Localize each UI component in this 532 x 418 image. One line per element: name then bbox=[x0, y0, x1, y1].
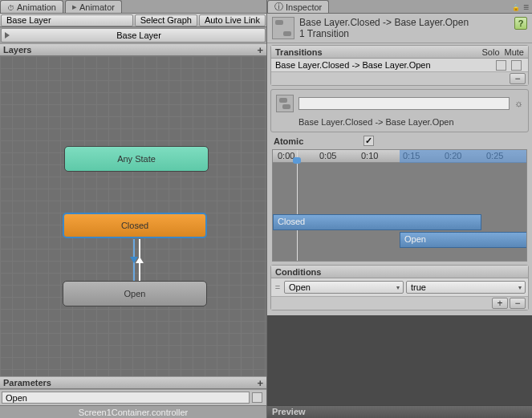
atomic-label: Atomic bbox=[274, 136, 303, 146]
conditions-section: Conditions = Open true + − bbox=[270, 265, 529, 310]
preview-header[interactable]: Preview bbox=[267, 405, 532, 418]
tab-label: Inspector bbox=[286, 2, 322, 12]
breadcrumb-button[interactable]: Base Layer bbox=[1, 14, 133, 26]
transition-timeline[interactable]: 0:00 0:05 0:10 0:15 0:20 0:25 Closed Ope… bbox=[272, 149, 527, 262]
layer-label: Base Layer bbox=[13, 30, 265, 40]
inspector-header: Base Layer.Closed -> Base Layer.Open 1 T… bbox=[267, 14, 532, 43]
info-icon: ⓘ bbox=[274, 1, 283, 13]
auto-live-link-button[interactable]: Auto Live Link bbox=[199, 14, 266, 26]
condition-parameter-dropdown[interactable]: Open bbox=[284, 281, 404, 294]
parameter-row bbox=[0, 389, 266, 405]
clip-open[interactable]: Open bbox=[400, 232, 527, 248]
drag-handle-icon[interactable]: = bbox=[274, 282, 282, 292]
select-graph-button[interactable]: Select Graph bbox=[135, 14, 197, 26]
preview-area bbox=[267, 315, 532, 405]
remove-condition-button[interactable]: − bbox=[510, 298, 526, 309]
tab-animator[interactable]: Animator bbox=[65, 0, 122, 13]
inspector-subtitle: 1 Transition bbox=[299, 28, 510, 39]
lock-icon[interactable] bbox=[512, 2, 520, 13]
remove-transition-button[interactable]: − bbox=[510, 73, 526, 84]
arrow-up-icon bbox=[136, 257, 144, 263]
inspector-title: Base Layer.Closed -> Base Layer.Open bbox=[299, 17, 510, 28]
panel-menu-icon[interactable] bbox=[523, 2, 529, 13]
transition-name-field[interactable] bbox=[298, 97, 510, 110]
parameters-header[interactable]: Parameters + bbox=[0, 376, 266, 389]
tab-label: Animation bbox=[17, 2, 56, 12]
add-parameter-button[interactable]: + bbox=[257, 377, 263, 389]
transition-icon bbox=[276, 95, 294, 112]
play-icon bbox=[72, 2, 77, 12]
transitions-section: Transitions Solo Mute Base Layer.Closed … bbox=[270, 45, 529, 86]
condition-row: = Open true bbox=[271, 278, 528, 297]
transition-range[interactable] bbox=[400, 150, 527, 163]
transition-name-section: Base Layer.Closed -> Base Layer.Open bbox=[270, 89, 529, 132]
layers-header[interactable]: Layers + bbox=[0, 43, 266, 56]
solo-label: Solo bbox=[482, 47, 500, 57]
left-tab-bar: Animation Animator bbox=[0, 0, 266, 14]
clock-icon bbox=[7, 2, 14, 12]
animator-graph[interactable]: Any State Closed Open bbox=[0, 56, 266, 376]
atomic-checkbox[interactable] bbox=[363, 136, 374, 146]
parameter-value-checkbox[interactable] bbox=[252, 392, 262, 403]
add-layer-button[interactable]: + bbox=[257, 44, 263, 56]
playhead[interactable] bbox=[297, 150, 298, 262]
help-icon[interactable]: ? bbox=[514, 17, 527, 30]
tab-animation[interactable]: Animation bbox=[0, 0, 63, 13]
atomic-row: Atomic bbox=[267, 134, 532, 148]
condition-value-dropdown[interactable]: true bbox=[406, 281, 526, 294]
transition-name-label: Base Layer.Closed -> Base Layer.Open bbox=[271, 117, 528, 128]
transition-icon bbox=[272, 17, 294, 39]
gear-icon[interactable] bbox=[514, 98, 523, 109]
tab-inspector[interactable]: ⓘInspector bbox=[267, 0, 329, 13]
mute-checkbox[interactable] bbox=[511, 60, 522, 71]
right-tab-bar: ⓘInspector bbox=[267, 0, 532, 14]
transition-list-item[interactable]: Base Layer.Closed -> Base Layer.Open bbox=[271, 59, 528, 72]
mute-label: Mute bbox=[505, 47, 524, 57]
tab-label: Animator bbox=[79, 2, 115, 12]
node-closed[interactable]: Closed bbox=[63, 213, 207, 238]
node-open[interactable]: Open bbox=[63, 281, 207, 306]
layer-row[interactable]: Base Layer bbox=[1, 28, 266, 43]
transition-edge[interactable] bbox=[132, 239, 143, 281]
status-footer: Screen1Container.controller bbox=[0, 405, 266, 418]
parameter-name-field[interactable] bbox=[2, 392, 250, 404]
timeline-ruler[interactable]: 0:00 0:05 0:10 0:15 0:20 0:25 bbox=[273, 150, 526, 163]
solo-checkbox[interactable] bbox=[496, 60, 506, 71]
add-condition-button[interactable]: + bbox=[492, 298, 508, 309]
play-triangle-icon bbox=[5, 32, 10, 39]
node-any-state[interactable]: Any State bbox=[64, 146, 209, 172]
breadcrumb-label: Base Layer bbox=[6, 15, 51, 25]
clip-closed[interactable]: Closed bbox=[273, 214, 481, 230]
animator-toolbar: Base Layer Select Graph Auto Live Link bbox=[0, 14, 266, 27]
